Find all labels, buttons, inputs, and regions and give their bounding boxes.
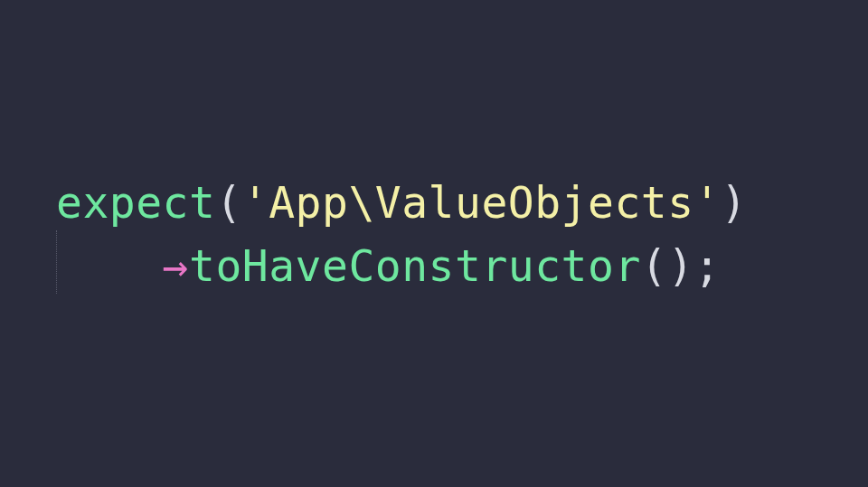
string-literal: 'App\ValueObjects' [242, 177, 721, 228]
code-line-1: expect('App\ValueObjects') [56, 172, 747, 235]
close-paren: ) [667, 240, 693, 291]
close-paren: ) [721, 177, 747, 228]
method-name: toHaveConstructor [189, 240, 641, 291]
indent-space [56, 240, 163, 291]
semicolon: ; [694, 240, 721, 291]
open-paren: ( [641, 240, 667, 291]
arrow-operator: → [163, 240, 189, 291]
indent-guide [56, 230, 57, 294]
open-paren: ( [215, 177, 241, 228]
function-name: expect [56, 177, 215, 228]
code-snippet: expect('App\ValueObjects') →toHaveConstr… [56, 172, 747, 297]
code-line-2: →toHaveConstructor(); [56, 235, 747, 298]
